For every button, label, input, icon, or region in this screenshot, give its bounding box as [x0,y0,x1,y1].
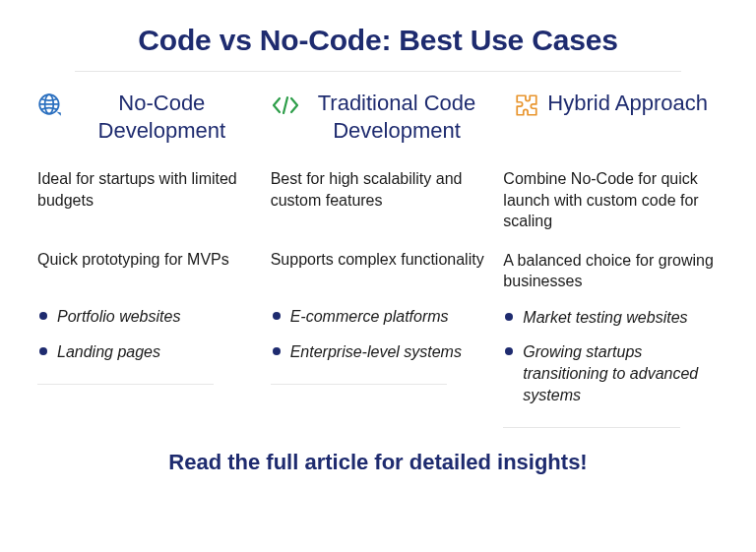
example-list: E-commerce platforms Enterprise-level sy… [271,306,486,376]
column-title: Traditional Code Development [308,90,486,144]
code-icon [271,92,300,122]
bullet-icon [505,313,513,321]
page-title: Code vs No-Code: Best Use Cases [30,24,726,57]
columns-container: No-Code Development Ideal for startups w… [30,90,726,428]
bullet-icon [39,312,47,320]
column-header: Hybrid Approach [503,90,719,158]
column-title: No-Code Development [71,90,253,144]
list-item-label: Landing pages [57,341,160,363]
list-item-label: E-commerce platforms [290,306,449,328]
divider-column [271,384,447,385]
column-title: Hybrid Approach [547,90,708,117]
globe-icon [37,92,63,122]
list-item: E-commerce platforms [273,306,486,328]
list-item: Market testing websites [505,307,719,329]
column-desc-2: Quick prototyping for MVPs [37,249,253,292]
example-list: Market testing websites Growing startups… [503,307,719,419]
bullet-icon [39,347,47,355]
svg-line-3 [284,97,287,113]
bullet-icon [505,347,513,355]
list-item-label: Growing startups transitioning to advanc… [523,341,719,405]
list-item: Landing pages [39,341,253,363]
column-header: No-Code Development [37,90,253,158]
example-list: Portfolio websites Landing pages [37,306,253,376]
bullet-icon [273,347,281,355]
column-header: Traditional Code Development [271,90,486,158]
column-desc-1: Best for high scalability and custom fea… [271,168,486,231]
puzzle-icon [514,92,539,122]
list-item-label: Portfolio websites [57,306,180,328]
list-item-label: Market testing websites [523,307,687,329]
column-desc-2: A balanced choice for growing businesses [503,250,719,293]
column-desc-1: Ideal for startups with limited budgets [37,168,253,231]
list-item: Enterprise-level systems [273,341,486,363]
list-item: Growing startups transitioning to advanc… [505,341,719,405]
cta-text: Read the full article for detailed insig… [30,450,726,475]
list-item-label: Enterprise-level systems [290,341,462,363]
column-hybrid: Hybrid Approach Combine No-Code for quic… [503,90,719,428]
list-item: Portfolio websites [39,306,253,328]
divider-top [75,71,681,72]
divider-column [503,427,679,428]
column-no-code: No-Code Development Ideal for startups w… [37,90,253,428]
column-traditional-code: Traditional Code Development Best for hi… [271,90,486,428]
bullet-icon [273,312,281,320]
column-desc-2: Supports complex functionality [271,249,486,292]
divider-column [37,384,214,385]
column-desc-1: Combine No-Code for quick launch with cu… [503,168,719,232]
